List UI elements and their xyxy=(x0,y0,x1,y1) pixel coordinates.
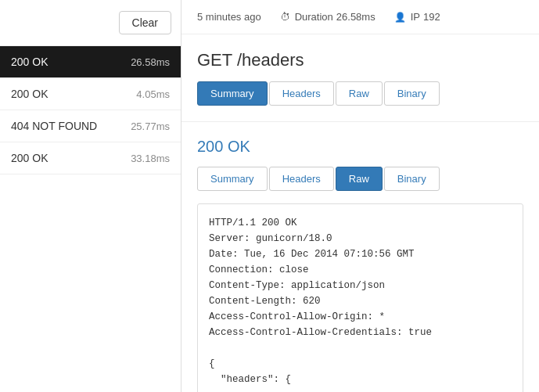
left-header: Clear xyxy=(0,0,181,46)
request-item[interactable]: 200 OK33.18ms xyxy=(0,142,181,174)
request-item[interactable]: 200 OK4.05ms xyxy=(0,78,181,110)
request-status: 200 OK xyxy=(11,152,48,164)
request-tab-headers[interactable]: Headers xyxy=(269,81,334,106)
request-title: GET /headers xyxy=(197,50,523,70)
request-duration: 26.58ms xyxy=(131,56,170,68)
user-icon xyxy=(394,11,408,23)
request-tab-binary[interactable]: Binary xyxy=(384,81,440,106)
request-status: 200 OK xyxy=(11,88,48,100)
clear-button[interactable]: Clear xyxy=(119,11,171,34)
response-tab-headers[interactable]: Headers xyxy=(269,167,334,191)
response-tab-binary[interactable]: Binary xyxy=(384,167,440,191)
request-duration: 4.05ms xyxy=(136,88,170,100)
request-item[interactable]: 200 OK26.58ms xyxy=(0,46,181,78)
request-duration: 33.18ms xyxy=(131,153,170,164)
clock-icon xyxy=(280,11,292,23)
left-panel: Clear 200 OK26.58ms200 OK4.05ms404 NOT F… xyxy=(0,0,181,392)
request-duration: 25.77ms xyxy=(131,120,170,132)
response-tab-bar: SummaryHeadersRawBinary xyxy=(197,167,523,191)
request-tab-raw[interactable]: Raw xyxy=(336,81,383,106)
response-title: 200 OK xyxy=(197,138,523,156)
ip-value: 192 xyxy=(423,11,440,23)
response-tab-raw[interactable]: Raw xyxy=(336,167,383,191)
right-panel: 5 minutes ago Duration 26.58ms IP 192 GE… xyxy=(181,0,539,392)
raw-content: HTTP/1.1 200 OK Server: gunicorn/18.0 Da… xyxy=(197,203,523,392)
top-meta-bar: 5 minutes ago Duration 26.58ms IP 192 xyxy=(181,0,539,34)
response-section: 200 OK SummaryHeadersRawBinary HTTP/1.1 … xyxy=(181,121,539,392)
duration-value: 26.58ms xyxy=(336,11,376,23)
request-status: 200 OK xyxy=(11,56,48,68)
ip-block: IP 192 xyxy=(394,11,440,23)
duration-label: Duration xyxy=(295,11,333,23)
duration-block: Duration 26.58ms xyxy=(280,11,376,23)
request-tab-bar: SummaryHeadersRawBinary xyxy=(197,81,523,106)
request-timestamp: 5 minutes ago xyxy=(197,11,261,23)
ip-label: IP xyxy=(411,11,420,23)
request-section: GET /headers SummaryHeadersRawBinary xyxy=(181,34,539,113)
request-list: 200 OK26.58ms200 OK4.05ms404 NOT FOUND25… xyxy=(0,46,181,174)
request-tab-summary[interactable]: Summary xyxy=(197,81,268,106)
response-tab-summary[interactable]: Summary xyxy=(197,167,268,191)
request-status: 404 NOT FOUND xyxy=(11,120,97,132)
request-item[interactable]: 404 NOT FOUND25.77ms xyxy=(0,110,181,142)
